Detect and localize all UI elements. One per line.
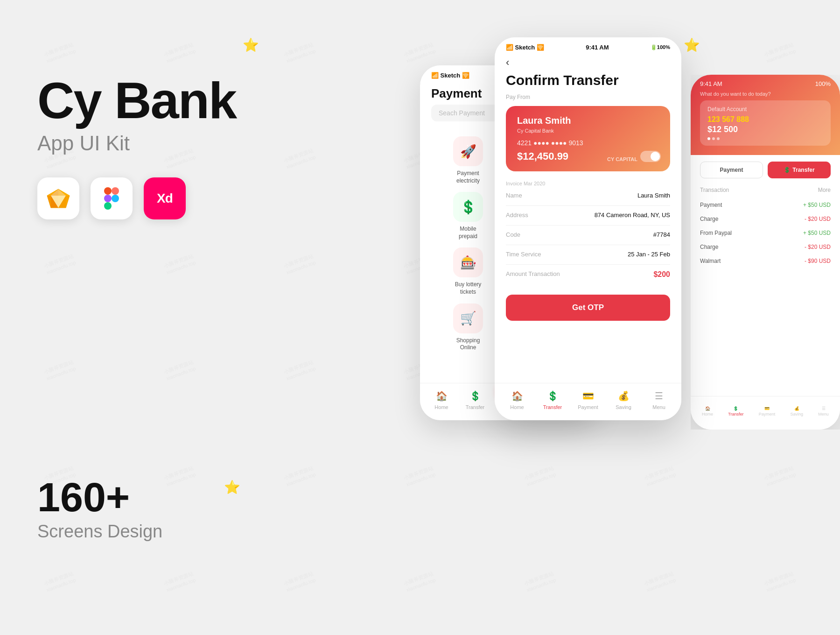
nav-menu-p2[interactable]: ☰ Menu xyxy=(645,389,673,410)
account-greeting: What do you want to do today? xyxy=(700,91,831,97)
p3-home-label: Home xyxy=(702,412,713,416)
lottery-icon: 🎰 xyxy=(453,247,483,277)
value-name: Laura Smith xyxy=(637,192,670,199)
p3-nav-payment[interactable]: 💳 Payment xyxy=(759,406,776,416)
invoice-month: Invoice Mar 2020 xyxy=(506,181,670,186)
card-toggle[interactable] xyxy=(640,151,661,162)
invoice-row-address: Address 874 Cameron Road, NY, US xyxy=(506,212,670,219)
transaction-row-3: From Paypal + $50 USD xyxy=(691,226,840,240)
t-label-5: Walmart xyxy=(700,258,721,264)
payment-item-shopping[interactable]: 🛒 ShoppingOnline xyxy=(431,303,505,352)
transfer-icon-small: 💲 xyxy=(784,167,791,173)
t-amount-4: - $20 USD xyxy=(805,244,831,250)
time-phone2: 9:41 AM xyxy=(586,44,609,51)
p3-nav-transfer[interactable]: 💲 Transfer xyxy=(728,406,743,416)
t-label-3: From Paypal xyxy=(700,230,732,236)
invoice-row-name: Name Laura Smith xyxy=(506,192,670,199)
label-name: Name xyxy=(506,192,522,199)
label-time: Time Service xyxy=(506,251,541,258)
status-time-p3: 9:41 AM xyxy=(700,80,722,87)
transfer-icon-p2: 💲 xyxy=(546,389,559,402)
left-section: Cy Bank App UI Kit xyxy=(37,75,236,219)
nav-home-p2[interactable]: 🏠 Home xyxy=(503,389,531,410)
mobile-icon: 💲 xyxy=(453,192,483,222)
home-label-p2: Home xyxy=(510,404,524,410)
transfer-action-btn[interactable]: 💲 Transfer xyxy=(768,162,831,178)
p3-transfer-label: Transfer xyxy=(728,412,743,416)
xd-label: Xd xyxy=(157,191,173,206)
p3-nav-saving[interactable]: 💰 Saving xyxy=(791,406,804,416)
payment-action-btn[interactable]: Payment xyxy=(700,162,763,178)
shopping-label: ShoppingOnline xyxy=(456,337,480,352)
p3-home-icon: 🏠 xyxy=(705,406,710,411)
t-amount-3: + $50 USD xyxy=(803,230,831,236)
invoice-row-code: Code #7784 xyxy=(506,231,670,238)
p3-nav-home[interactable]: 🏠 Home xyxy=(702,406,713,416)
value-address: 874 Cameron Road, NY, US xyxy=(595,212,670,219)
svg-rect-10 xyxy=(104,187,112,195)
svg-rect-13 xyxy=(112,195,119,202)
account-balance: $12 500 xyxy=(707,125,823,134)
account-header: 9:41 AM 100% What do you want to do toda… xyxy=(691,75,840,155)
transfer-icon-p1: 💲 xyxy=(469,389,482,402)
transfer-label-p2: Transfer xyxy=(543,404,562,410)
payment-item-mobile[interactable]: 💲 Mobileprepaid xyxy=(431,192,505,240)
nav-transfer-p2[interactable]: 💲 Transfer xyxy=(539,389,567,410)
transaction-header: Transaction More xyxy=(691,185,840,198)
confirm-title: Confirm Transfer xyxy=(495,71,681,92)
pay-from-label: Pay From xyxy=(495,92,681,102)
nav-transfer-p1[interactable]: 💲 Transfer xyxy=(461,389,489,410)
card-number: 4221 ●●●● ●●●● 9013 xyxy=(517,139,659,147)
get-otp-button[interactable]: Get OTP xyxy=(506,295,670,321)
t-amount-5: - $90 USD xyxy=(805,258,831,264)
label-address: Address xyxy=(506,212,528,219)
p3-payment-icon: 💳 xyxy=(764,406,770,411)
signal-icon: 📶 Sketch 🛜 xyxy=(431,72,469,79)
transaction-row-1: Payment + $50 USD xyxy=(691,198,840,212)
shopping-icon: 🛒 xyxy=(453,303,483,333)
mobile-label: Mobileprepaid xyxy=(459,226,477,240)
card-dots xyxy=(707,137,823,140)
home-icon-p2: 🏠 xyxy=(511,389,524,402)
sketch-logo xyxy=(46,187,70,210)
star-decoration: ⭐ xyxy=(224,480,240,495)
payment-item-electricity[interactable]: 🚀 Paymentelectricity xyxy=(431,136,505,184)
t-amount-1: + $50 USD xyxy=(803,202,831,208)
phone-confirm-transfer: 📶 Sketch 🛜 9:41 AM 🔋100% ‹ Confirm Trans… xyxy=(495,37,681,420)
back-button[interactable]: ‹ xyxy=(495,55,681,71)
xd-icon-box: Xd xyxy=(144,177,186,219)
menu-icon-p2: ☰ xyxy=(652,389,665,402)
p3-menu-icon: ☰ xyxy=(822,406,826,411)
transaction-row-4: Charge - $20 USD xyxy=(691,240,840,254)
account-header-top: 9:41 AM 100% xyxy=(700,80,831,87)
p3-nav-menu[interactable]: ☰ Menu xyxy=(818,406,829,416)
t-label-4: Charge xyxy=(700,244,718,250)
value-time: 25 Jan - 25 Feb xyxy=(628,251,670,258)
nav-home-p1[interactable]: 🏠 Home xyxy=(427,389,455,410)
p3-payment-label: Payment xyxy=(759,412,776,416)
payment-item-lottery[interactable]: 🎰 Buy lotterytickets xyxy=(431,247,505,296)
nav-home-label-p1: Home xyxy=(434,404,448,410)
phone-account: 9:41 AM 100% What do you want to do toda… xyxy=(691,75,840,430)
card-bank: Cy Capital Bank xyxy=(517,128,659,134)
phones-area: 📶 Sketch 🛜 9:41 AM 🔋100% Payment Seach P… xyxy=(420,37,840,626)
transaction-title: Transaction xyxy=(700,187,729,193)
p3-saving-icon: 💰 xyxy=(794,406,799,411)
account-title: Default Account xyxy=(707,106,823,113)
divider-4 xyxy=(506,264,670,265)
nav-payment-p2[interactable]: 💳 Payment xyxy=(574,389,602,410)
more-link[interactable]: More xyxy=(818,187,831,193)
divider-2 xyxy=(506,225,670,226)
saving-icon-p2: 💰 xyxy=(617,389,630,402)
saving-label-p2: Saving xyxy=(616,404,631,410)
figma-logo xyxy=(104,187,119,210)
figma-icon-box xyxy=(91,177,133,219)
nav-saving-p2[interactable]: 💰 Saving xyxy=(609,389,637,410)
app-subtitle: App UI Kit xyxy=(37,132,236,155)
credit-card: Laura Smith Cy Capital Bank 4221 ●●●● ●●… xyxy=(506,106,670,171)
p3-saving-label: Saving xyxy=(791,412,804,416)
transaction-row-5: Walmart - $90 USD xyxy=(691,254,840,268)
battery-p3: 100% xyxy=(815,80,831,87)
value-code: #7784 xyxy=(653,231,670,238)
transaction-row-2: Charge - $20 USD xyxy=(691,212,840,226)
